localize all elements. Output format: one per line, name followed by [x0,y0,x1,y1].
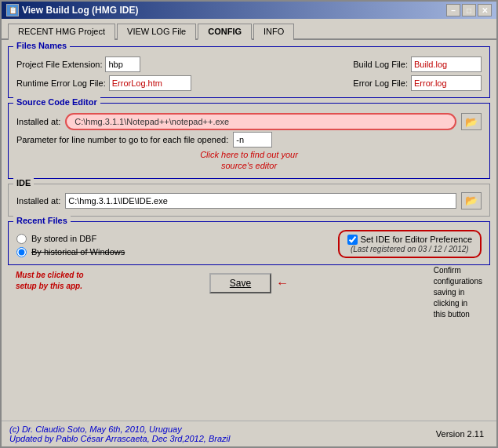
recent-files-section: Recent Files By stored in DBF By histori… [8,221,490,265]
minimize-button[interactable]: – [446,4,460,16]
build-log-group: Build Log File: [353,56,482,72]
window-title: View Build Log (HMG IDE) [22,5,138,16]
title-bar: 📋 View Build Log (HMG IDE) – □ ✕ [2,2,496,19]
build-log-label: Build Log File: [353,60,408,69]
recent-files-title: Recent Files [13,216,71,225]
files-names-title: Files Names [13,41,70,50]
radio-dbf[interactable] [16,234,27,244]
runtime-error-label: Runtime Error Log File: [16,78,106,88]
source-editor-section: Source Code Editor Installed at: 📂 Param… [8,103,490,179]
tab-recent-hmg[interactable]: RECENT HMG Project [8,24,115,40]
tab-config[interactable]: CONFIG [198,24,252,40]
project-ext-group: Project File Extension: [16,56,140,72]
ide-pref-sub: (Last registered on 03 / 12 / 2012) [351,245,469,253]
ide-preference-group: Set IDE for Editor Preference (Last regi… [338,230,482,258]
param-label: Parameter for line number to go to for e… [16,135,228,144]
param-input[interactable] [233,132,272,148]
build-log-input[interactable] [411,56,482,72]
ide-browse-button[interactable]: 📂 [461,192,482,209]
source-annotation: Click here to find out yoursource's edit… [16,149,482,172]
ide-path-input[interactable] [65,193,456,209]
radio-row-dbf: By stored in DBF [16,234,125,244]
footer: (c) Dr. Claudio Soto, May 6th, 2010, Uru… [2,421,496,446]
title-bar-left: 📋 View Build Log (HMG IDE) [6,4,138,16]
tab-view-log[interactable]: VIEW LOG File [117,24,196,40]
tab-bar: RECENT HMG Project VIEW LOG File CONFIG … [2,19,496,40]
footer-version: Version 2.11 [436,429,484,439]
project-ext-input[interactable] [105,56,140,72]
ide-pref-checkbox[interactable] [347,235,358,245]
error-log-label: Error Log File: [353,78,408,88]
ide-section: IDE Installed at: 📂 [8,184,490,217]
radio-windows[interactable] [16,247,27,257]
radio-dbf-label: By stored in DBF [31,234,96,243]
source-installed-label: Installed at: [16,117,60,126]
files-names-section: Files Names Project File Extension: Buil… [8,46,490,98]
source-editor-title: Source Code Editor [13,97,100,107]
arrow-left-icon: ← [276,276,289,290]
footer-line1: (c) Dr. Claudio Soto, May 6th, 2010, Uru… [9,424,489,434]
app-icon: 📋 [6,4,19,16]
main-window: 📋 View Build Log (HMG IDE) – □ ✕ RECENT … [0,0,498,448]
content-area: Files Names Project File Extension: Buil… [2,40,496,421]
radio-row-windows: By historical of Windows [16,247,125,257]
ide-section-title: IDE [13,178,34,188]
title-buttons: – □ ✕ [446,4,492,16]
radio-windows-label: By historical of Windows [31,247,125,257]
radio-group: By stored in DBF By historical of Window… [16,231,125,257]
anno-right: Confirm configurations saving in clickin… [434,265,482,320]
save-button[interactable]: Save [209,273,271,293]
source-path-input[interactable] [65,113,456,130]
anno-left: Must be clicked tosetup by this app. [16,270,118,292]
error-log-input[interactable] [411,75,482,91]
ide-installed-label: Installed at: [16,196,60,206]
project-ext-label: Project File Extension: [16,60,102,69]
footer-line2: Updated by Pablo César Arrascaeta, Dec 3… [9,434,489,443]
error-log-group: Error Log File: [353,75,482,91]
runtime-error-group: Runtime Error Log File: [16,75,191,91]
source-browse-button[interactable]: 📂 [461,113,482,130]
runtime-error-input[interactable] [109,75,191,91]
ide-pref-label: Set IDE for Editor Preference [361,235,472,244]
close-button[interactable]: ✕ [478,4,492,16]
maximize-button[interactable]: □ [462,4,476,16]
tab-info[interactable]: INFO [253,24,294,40]
ide-pref-checkbox-row: Set IDE for Editor Preference [347,235,472,245]
